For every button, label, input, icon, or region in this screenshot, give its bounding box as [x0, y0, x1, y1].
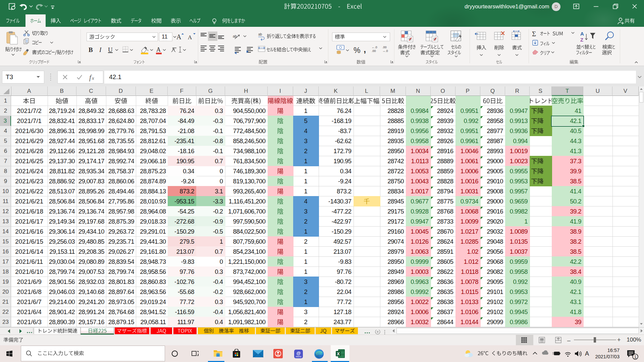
svg-text:ab: ab: [233, 34, 237, 38]
svg-text:X: X: [337, 352, 340, 356]
svg-text:Z: Z: [580, 37, 583, 43]
svg-text:Σ: Σ: [532, 30, 536, 38]
svg-text:1: 1: [634, 355, 637, 359]
svg-text:@: @: [297, 351, 301, 356]
svg-text:←.0: ←.0: [372, 46, 377, 49]
svg-text:menu: menu: [296, 355, 302, 358]
svg-text:.00: .00: [382, 46, 387, 49]
svg-text:ab: ab: [258, 33, 262, 36]
svg-text:→.0: →.0: [382, 49, 388, 53]
svg-text:,: ,: [364, 44, 366, 54]
svg-text:A: A: [580, 31, 584, 37]
svg-text:%: %: [354, 46, 360, 55]
svg-text:x: x: [92, 75, 94, 81]
svg-text:.00: .00: [372, 49, 376, 53]
